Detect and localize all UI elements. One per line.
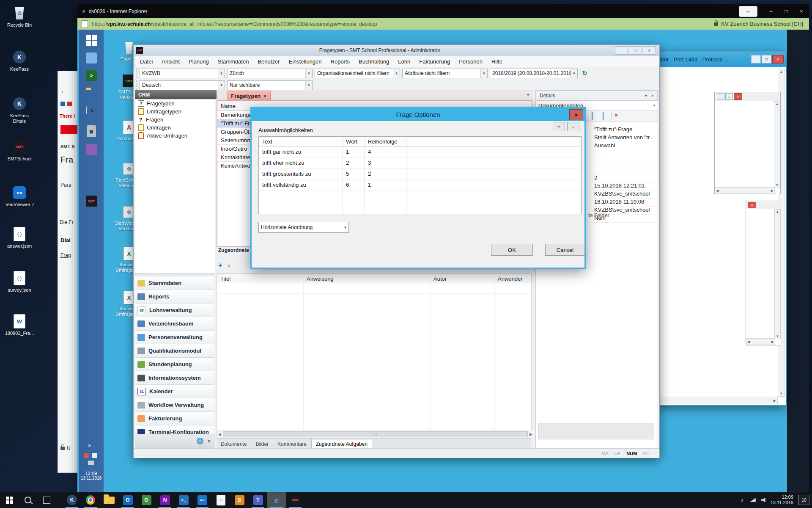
remote-start-button[interactable] [86,35,97,46]
url-text[interactable]: https://vpn.kvz-schule.ch/vdesk/resource… [92,21,377,27]
tray-expand-icon[interactable]: ∧ [741,498,743,502]
tree-item-fragen[interactable]: ?Fragen [135,116,215,124]
close-icon[interactable]: × [651,93,654,98]
module-workflow-verwaltung[interactable]: Workflow Verwaltung [135,398,214,412]
delete-icon[interactable]: × [614,112,618,119]
tree-item-umfragetypen[interactable]: Umfragetypen [135,108,215,116]
remote-clock-icon[interactable] [86,106,87,114]
maximize-button[interactable]: □ [779,4,794,18]
desktop-icon-survey-json[interactable]: { } survey.json [3,270,36,293]
scroll-right-icon[interactable]: ▶ [771,340,774,344]
col-anwender[interactable]: Anwender [498,276,523,282]
taskbar-greenshot[interactable]: G [137,492,156,508]
start-button[interactable] [0,492,19,508]
periode-select[interactable]: 2018/2019 (20.08.2018-20.01.2019)▾ [490,69,578,78]
menu-einstellungen[interactable]: Einstellungen [288,58,321,65]
module-stammdaten[interactable]: Stammdaten [135,276,214,290]
desktop-icon-teamviewer[interactable]: «» TeamViewer 7 [3,185,36,207]
mandant-select[interactable]: KVZWB▾ [140,69,225,78]
scroll-right-icon[interactable]: ▶ [771,189,774,193]
new-document-icon[interactable] [592,112,593,120]
close-button[interactable]: × [734,93,742,100]
module-informationssystem[interactable]: Informationssystem [135,371,214,385]
taskbar-teams[interactable]: T [249,492,267,508]
minimize-button[interactable]: – [751,55,761,64]
volume-icon[interactable] [761,498,765,502]
remote-tray-icon[interactable] [84,453,89,458]
remote-tray-expand-icon[interactable]: » [88,442,91,448]
module-kalender[interactable]: 31Kalender [135,385,214,398]
refresh-icon[interactable]: ↻ [582,69,587,77]
module-lohnverwaltung[interactable]: $€Lohnverwaltung [135,304,214,317]
app-grid-icon[interactable] [67,102,72,106]
menu-benutzer[interactable]: Benutzer [258,58,280,65]
option-row[interactable]: trifft gar nicht zu14 [259,146,581,157]
module-personenverwaltung[interactable]: Personenverwaltung [135,331,214,344]
scroll-left-icon[interactable]: ◀ [716,189,719,193]
standort-select[interactable]: Zürich▾ [227,69,313,78]
close-button[interactable]: × [794,4,809,18]
scroll-right-icon[interactable]: ▶ [529,432,532,436]
scroll-left-icon[interactable]: ◀ [747,340,750,344]
col-reihenfolge[interactable]: Reihenfolge [368,138,397,145]
tree-item-umfragen[interactable]: Umfragen [135,124,215,132]
taskbar-logviewer[interactable]: ≡ [211,492,230,508]
bg-window-title-bar[interactable]: trator - Port 1433 - Protocol ... – □ × [652,52,786,67]
menu-hilfe[interactable]: Hilfe [491,58,502,65]
add-task-icon[interactable]: + [218,262,222,269]
anordnung-select[interactable]: Horizonlate Anordnung ▾ [258,222,349,233]
scroll-down-icon[interactable]: ▼ [776,183,779,187]
sichtbarkeit-select[interactable]: Nur sichtbare▾ [227,80,313,90]
tab-overflow-icon[interactable]: ▾ [527,92,529,97]
task-view-button[interactable] [37,492,56,508]
col-anweisung[interactable]: Anweisung [307,276,334,282]
col-wert[interactable]: Wert [346,138,357,145]
resize-toggle-button[interactable]: ⇔ [739,6,757,17]
col-autor[interactable]: Autor [433,276,447,282]
minimize-button[interactable]: – [615,46,628,55]
close-button[interactable]: × [643,46,656,55]
remote-smt-pro-icon[interactable]: SMT [86,196,97,207]
delete-task-icon[interactable]: × [227,262,230,269]
scrollbar-horizontal[interactable]: ◀▶ [715,187,775,194]
scroll-up-icon[interactable]: ▲ [776,210,779,214]
scrollbar-thumb[interactable]: III [223,431,528,437]
taskbar-clock[interactable]: 12:09 13.11.2018 [771,494,793,505]
taskbar-explorer[interactable] [100,492,118,508]
menu-fakturierung[interactable]: Fakturierung [419,58,450,65]
taskbar-smtschool[interactable]: SMT [286,492,304,508]
remote-app-icon[interactable] [86,52,97,64]
maximize-button[interactable]: □ [629,46,642,55]
copy-document-icon[interactable] [603,112,604,120]
subwindow-title-bar[interactable]: × [746,201,781,209]
menu-planung[interactable]: Planung [189,58,209,65]
ie-title-bar[interactable]: e ds0036 - Internet Explorer ⇔ – □ × [77,4,809,18]
menu-lohn[interactable]: Lohn [398,58,410,65]
crm-panel-header[interactable]: CRM [135,90,218,99]
desktop-icon-answer-json[interactable]: { } answer.json [3,226,36,249]
scroll-down-icon[interactable]: ▼ [776,334,779,338]
scroll-up-icon[interactable]: ▲ [776,102,779,106]
menu-stammdaten[interactable]: Stammdaten [218,58,249,65]
desktop-icon-recycle-bin[interactable]: ♻ Recycle Bin [3,5,36,28]
scroll-up-icon[interactable]: ▲ [780,70,783,74]
option-row[interactable]: trifft vollständig zu61 [259,179,581,190]
menu-personen[interactable]: Personen [459,58,483,65]
maximize-button[interactable]: □ [762,55,771,64]
taskbar-outlook[interactable]: O [118,492,137,508]
remote-tray-icon[interactable] [88,461,94,465]
orgeinheit-select[interactable]: Organisationseinheit nicht filtern▾ [315,69,400,78]
dialog-title-bar[interactable]: Frage Optionen × [252,108,584,121]
scrollbar-horizontal[interactable]: ◀ ▶ [653,397,778,404]
sprache-select[interactable]: Deutsch▾ [140,80,225,90]
taskbar-chrome[interactable] [81,492,100,508]
app-title-bar[interactable]: SMT Fragetypen - SMT School Professional… [134,45,659,56]
col-text[interactable]: Text [262,138,272,145]
add-option-button[interactable]: + [553,122,565,131]
module-verzeichnisbaum[interactable]: Verzeichnisbaum [135,317,214,331]
close-button[interactable]: × [569,109,583,120]
scrollbar-horizontal[interactable]: ◀▶ [746,338,775,345]
taskbar-ie-active[interactable]: e [267,492,286,508]
remote-calculator-icon[interactable]: ▦ [87,125,96,137]
subwindow-title-bar[interactable]: – □ × [715,92,780,101]
